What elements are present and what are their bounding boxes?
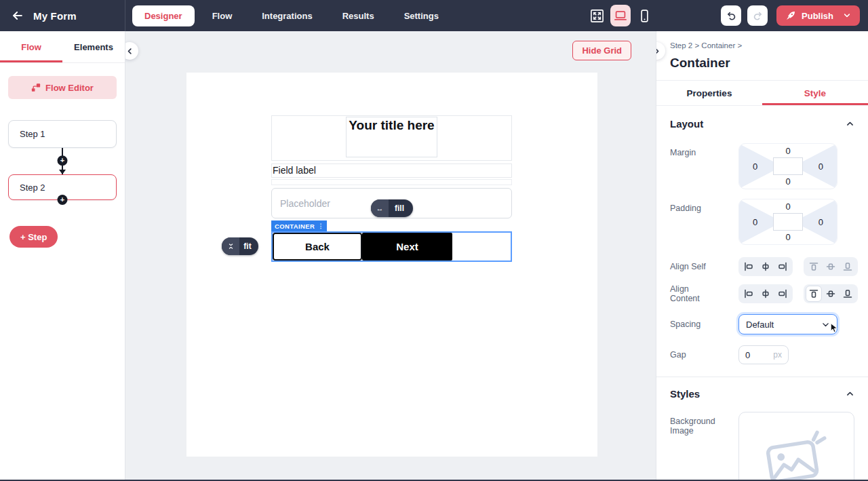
margin-top-value[interactable]: 0 <box>785 146 790 156</box>
plus-icon: + <box>60 157 64 164</box>
padding-bottom-value[interactable]: 0 <box>785 232 790 242</box>
tab-results[interactable]: Results <box>342 11 374 21</box>
add-step-after-button[interactable]: + <box>58 195 68 205</box>
fullscreen-icon[interactable] <box>588 7 606 24</box>
margin-right-value[interactable]: 0 <box>818 161 823 172</box>
padding-left-value[interactable]: 0 <box>753 217 757 227</box>
tab-integrations[interactable]: Integrations <box>262 11 312 21</box>
margin-row: Margin 0 0 0 0 <box>670 143 854 189</box>
field-label-text: Field label <box>273 165 316 176</box>
tab-style[interactable]: Style <box>762 81 868 105</box>
connector-arrowhead <box>59 170 66 174</box>
layout-section-header[interactable]: Layout <box>670 118 854 130</box>
chevron-down-icon[interactable] <box>843 12 851 20</box>
container-tag[interactable]: CONTAINER ⋮ <box>271 220 327 231</box>
mouse-cursor-icon <box>828 322 840 334</box>
image-placeholder-icon <box>760 427 833 480</box>
topbar-left: My Form <box>0 0 125 31</box>
align-middle-v-icon[interactable] <box>823 286 839 302</box>
padding-row: Padding 0 0 0 0 <box>670 199 854 245</box>
right-sidebar: Step 2 > Container > Container Propertie… <box>656 31 868 480</box>
spacer-row-element[interactable] <box>271 179 512 185</box>
styles-section-header[interactable]: Styles <box>670 388 854 400</box>
panel-title: Container <box>670 56 868 71</box>
kebab-menu-icon[interactable]: ⋮ <box>317 223 323 229</box>
padding-right-value[interactable]: 0 <box>818 217 823 227</box>
align-left-icon[interactable] <box>741 258 757 275</box>
tab-designer[interactable]: Designer <box>132 5 195 26</box>
selected-container-element[interactable]: Back Next <box>271 231 512 262</box>
layout-heading: Layout <box>670 118 703 130</box>
mobile-icon[interactable] <box>635 7 653 24</box>
chevron-up-icon[interactable] <box>846 119 854 128</box>
tab-properties[interactable]: Properties <box>656 81 762 105</box>
height-fit-handle[interactable]: fit <box>222 237 258 255</box>
tab-flow-panel[interactable]: Flow <box>0 31 62 62</box>
margin-left-value[interactable]: 0 <box>753 161 757 172</box>
align-self-vertical-group <box>804 257 858 276</box>
design-canvas[interactable]: Hide Grid Your title here Field label Pl… <box>125 31 656 480</box>
back-arrow-icon[interactable] <box>11 9 24 22</box>
align-bottom-icon[interactable] <box>840 258 856 275</box>
field-label-element[interactable]: Field label <box>271 163 512 178</box>
align-content-horizontal-group <box>738 284 793 303</box>
margin-box-control[interactable]: 0 0 0 0 <box>738 143 837 189</box>
align-top-icon[interactable] <box>806 286 822 302</box>
chevron-up-icon[interactable] <box>846 389 854 398</box>
padding-box-control[interactable]: 0 0 0 0 <box>738 199 837 245</box>
topbar: My Form Designer Flow Integrations Resul… <box>0 0 868 31</box>
align-content-row: Align Content <box>670 284 854 303</box>
align-center-h-icon[interactable] <box>757 286 774 302</box>
undo-button[interactable] <box>721 5 741 26</box>
align-top-icon[interactable] <box>806 258 822 275</box>
align-right-icon[interactable] <box>774 258 791 275</box>
margin-bottom-value[interactable]: 0 <box>785 176 790 187</box>
collapse-right-panel-button[interactable] <box>656 42 665 60</box>
align-center-h-icon[interactable] <box>757 258 774 275</box>
padding-top-value[interactable]: 0 <box>785 201 790 212</box>
back-button-element[interactable]: Back <box>273 233 362 261</box>
publish-button[interactable]: Publish <box>776 5 860 26</box>
add-step-button[interactable]: + Step <box>9 226 58 248</box>
gap-unit: px <box>773 350 782 360</box>
align-self-label: Align Self <box>670 262 738 271</box>
plus-icon: + <box>60 196 64 204</box>
form-sheet[interactable]: Your title here Field label Placeholder … <box>186 73 597 457</box>
tab-settings[interactable]: Settings <box>404 11 439 21</box>
step-1-label: Step 1 <box>20 129 45 139</box>
gap-value: 0 <box>745 350 750 360</box>
padding-center-field[interactable] <box>773 213 803 231</box>
form-title: My Form <box>33 10 77 22</box>
next-button-element[interactable]: Next <box>362 233 452 261</box>
desktop-icon[interactable] <box>610 5 631 26</box>
spacing-select[interactable]: Default <box>738 314 837 334</box>
publish-label: Publish <box>802 11 833 21</box>
add-step-between-button[interactable]: + <box>58 155 68 166</box>
breadcrumb[interactable]: Step 2 > Container > <box>670 41 868 50</box>
gap-input[interactable]: 0 px <box>738 345 789 364</box>
background-image-row: Background Image <box>670 412 854 480</box>
title-element[interactable]: Your title here <box>346 117 437 157</box>
tab-flow[interactable]: Flow <box>212 11 233 21</box>
flow-editor-button[interactable]: Flow Editor <box>8 76 117 99</box>
width-fill-handle[interactable]: ↔ fill <box>371 199 413 217</box>
collapse-left-panel-button[interactable] <box>125 42 138 60</box>
align-self-row: Align Self <box>670 257 854 276</box>
step-2-label: Step 2 <box>20 182 45 193</box>
redo-button[interactable] <box>747 5 768 26</box>
step-card-1[interactable]: Step 1 <box>8 120 117 148</box>
fit-handle-label: fit <box>239 237 258 255</box>
hide-grid-button[interactable]: Hide Grid <box>572 41 631 60</box>
step-card-2[interactable]: Step 2 + <box>8 174 117 200</box>
align-right-icon[interactable] <box>774 286 791 302</box>
align-middle-v-icon[interactable] <box>823 258 839 275</box>
margin-center-field[interactable] <box>773 157 803 175</box>
flow-editor-icon <box>31 83 41 92</box>
align-left-icon[interactable] <box>741 286 757 302</box>
chevron-right-icon <box>656 47 660 55</box>
tab-elements-panel[interactable]: Elements <box>62 31 125 62</box>
styles-heading: Styles <box>670 388 700 400</box>
inspector-tabs: Properties Style <box>656 80 868 106</box>
background-image-upload[interactable] <box>738 412 854 480</box>
align-bottom-icon[interactable] <box>840 286 856 302</box>
